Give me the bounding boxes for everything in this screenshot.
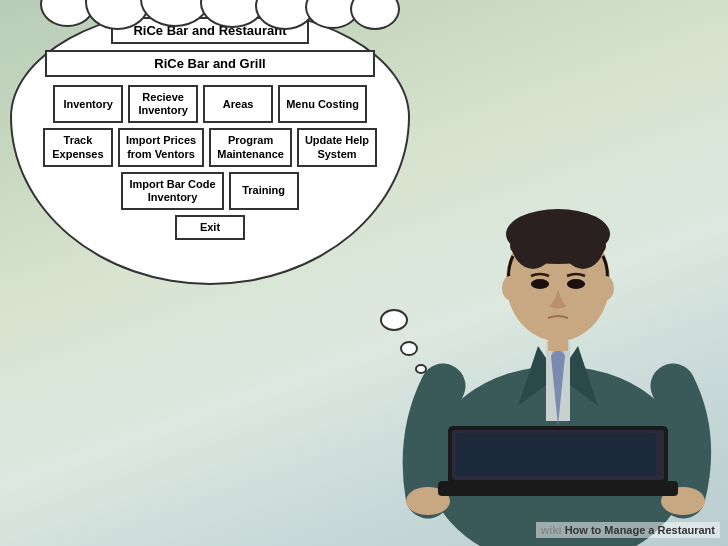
track-expenses-button[interactable]: TrackExpenses: [43, 128, 113, 166]
inventory-button[interactable]: Inventory: [53, 85, 123, 123]
wiki-label: wiki: [541, 524, 562, 536]
how-label: How to Manage a Restaurant: [565, 524, 715, 536]
menu-row-1: Inventory RecieveInventory Areas Menu Co…: [53, 85, 367, 123]
menu-grid: Inventory RecieveInventory Areas Menu Co…: [27, 85, 393, 240]
svg-point-11: [510, 228, 606, 264]
program-maintenance-button[interactable]: ProgramMaintenance: [209, 128, 292, 166]
menu-row-3: Import Bar CodeInventory Training: [121, 172, 298, 210]
menu-row-2: TrackExpenses Import Pricesfrom Ventors …: [43, 128, 377, 166]
svg-rect-23: [456, 433, 656, 476]
update-help-button[interactable]: Update HelpSystem: [297, 128, 377, 166]
svg-point-16: [502, 276, 518, 300]
svg-point-17: [598, 276, 614, 300]
menu-costing-button[interactable]: Menu Costing: [278, 85, 367, 123]
thought-cloud-area: RiCe Bar and Restaurant RiCe Bar and Gri…: [0, 0, 430, 310]
person-illustration: [388, 86, 728, 546]
inner-grill-title: RiCe Bar and Grill: [45, 50, 374, 77]
recieve-inventory-button[interactable]: RecieveInventory: [128, 85, 198, 123]
exit-button[interactable]: Exit: [175, 215, 245, 240]
watermark: wiki How to Manage a Restaurant: [536, 522, 720, 538]
areas-button[interactable]: Areas: [203, 85, 273, 123]
import-barcode-button[interactable]: Import Bar CodeInventory: [121, 172, 223, 210]
import-prices-button[interactable]: Import Pricesfrom Ventors: [118, 128, 204, 166]
menu-row-4: Exit: [175, 215, 245, 240]
thought-cloud: RiCe Bar and Restaurant RiCe Bar and Gri…: [10, 5, 410, 285]
training-button[interactable]: Training: [229, 172, 299, 210]
